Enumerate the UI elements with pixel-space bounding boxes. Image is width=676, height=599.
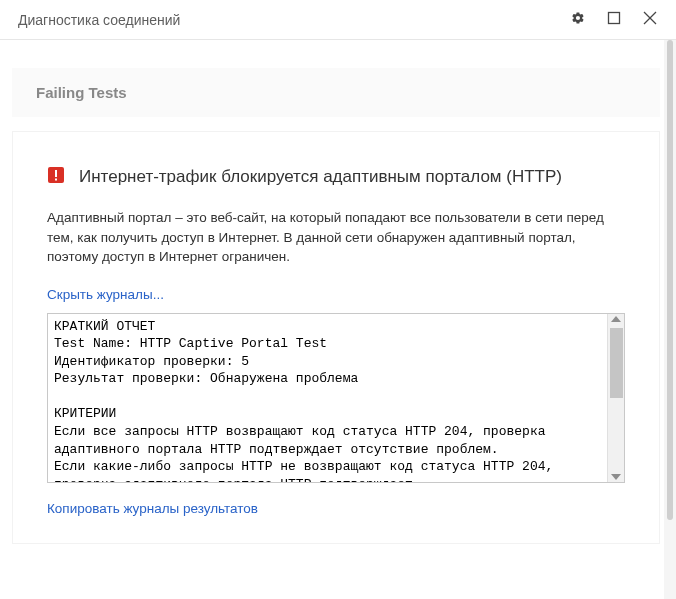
- log-text[interactable]: КРАТКИЙ ОТЧЕТ Test Name: HTTP Captive Po…: [48, 314, 607, 482]
- card-description: Адаптивный портал – это веб-сайт, на кот…: [47, 208, 625, 267]
- titlebar: Диагностика соединений: [0, 0, 676, 40]
- content-area: Failing Tests Интернет-трафик блокируетс…: [0, 40, 676, 599]
- log-scrollbar-thumb[interactable]: [610, 328, 623, 398]
- log-scrollbar[interactable]: [607, 314, 624, 482]
- maximize-button[interactable]: [596, 2, 632, 38]
- svg-rect-0: [609, 12, 620, 23]
- close-icon: [643, 11, 657, 29]
- close-button[interactable]: [632, 2, 668, 38]
- svg-rect-5: [55, 179, 57, 181]
- hide-logs-link[interactable]: Скрыть журналы...: [47, 287, 164, 302]
- page-scrollbar[interactable]: [664, 40, 676, 599]
- section-header: Failing Tests: [12, 68, 660, 117]
- svg-rect-4: [55, 170, 57, 177]
- diagnostic-card: Интернет-трафик блокируется адаптивным п…: [12, 131, 660, 544]
- log-box: КРАТКИЙ ОТЧЕТ Test Name: HTTP Captive Po…: [47, 313, 625, 483]
- card-heading: Интернет-трафик блокируется адаптивным п…: [47, 166, 625, 188]
- square-icon: [607, 11, 621, 29]
- window-title: Диагностика соединений: [18, 12, 560, 28]
- page-scrollbar-thumb[interactable]: [667, 40, 673, 520]
- card-title: Интернет-трафик блокируется адаптивным п…: [79, 167, 562, 187]
- copy-logs-link[interactable]: Копировать журналы результатов: [47, 501, 258, 516]
- alert-icon: [47, 166, 65, 188]
- settings-button[interactable]: [560, 2, 596, 38]
- gear-icon: [571, 11, 585, 29]
